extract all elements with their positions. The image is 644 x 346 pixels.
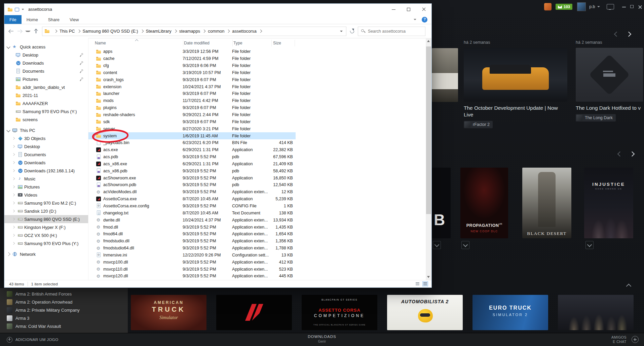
file-row[interactable]: fmodstudio64.dll 9/3/2019 5:52 PM Applic… xyxy=(88,245,296,252)
file-row[interactable]: acShowroom.pdb 9/3/2019 5:52 PM pdb 12,5… xyxy=(88,181,296,188)
breadcrumb[interactable]: This PC xyxy=(60,29,75,34)
file-row[interactable]: AssettoCorsa.exe 8/7/2020 10:45 AM Appli… xyxy=(88,196,296,203)
news-image[interactable] xyxy=(576,48,643,102)
game-capsule[interactable]: PROPAGATIONVR NEW COOP DLC xyxy=(460,168,508,238)
downloads-button[interactable]: DOWNLOADS Gerir xyxy=(308,335,336,343)
file-row[interactable]: crash_logs 9/3/2019 6:07 PM File folder xyxy=(88,76,296,83)
collapse-shelf-button[interactable] xyxy=(627,283,631,289)
library-game[interactable]: Arma: Cold War Assault xyxy=(0,322,128,330)
expander-icon[interactable] xyxy=(12,169,15,172)
recent-locations-icon[interactable] xyxy=(25,31,31,32)
ribbon-tab[interactable]: View xyxy=(65,15,84,24)
column-header[interactable]: Type xyxy=(233,40,272,46)
search-input[interactable] xyxy=(367,29,425,34)
capsules-prev-button[interactable] xyxy=(615,149,624,158)
forward-button[interactable] xyxy=(16,27,24,35)
file-row[interactable]: apps 3/3/2019 12:56 PM File folder xyxy=(88,48,296,55)
file-row[interactable]: mods 11/7/2021 4:42 PM File folder xyxy=(88,97,296,104)
file-row[interactable]: acs.exe 6/29/2021 1:31 PM Application 22… xyxy=(88,146,296,153)
scroll-up-icon[interactable] xyxy=(427,40,430,42)
game-banner[interactable] xyxy=(558,295,634,330)
news-card[interactable]: há 2 semanas The October Development Upd… xyxy=(464,40,567,129)
sidebar-item[interactable]: screens xyxy=(4,115,88,124)
expander-icon[interactable] xyxy=(12,153,15,156)
sidebar-item[interactable]: Desktop xyxy=(4,51,88,59)
file-row[interactable]: extension 10/24/2021 4:37 PM File folder xyxy=(88,83,296,90)
back-button[interactable] xyxy=(8,27,16,35)
sidebar-item[interactable]: Documents xyxy=(4,67,88,75)
expander-icon[interactable] xyxy=(12,145,15,148)
expander-icon[interactable] xyxy=(12,218,15,220)
messages-badge[interactable]: 103 xyxy=(556,4,572,10)
up-button[interactable] xyxy=(32,27,40,35)
sidebar-item[interactable]: Downloads (192.168.1.14) xyxy=(4,167,88,175)
minimize-button[interactable] xyxy=(386,4,401,15)
expander-icon[interactable] xyxy=(6,45,10,48)
expander-icon[interactable] xyxy=(12,185,15,188)
file-row[interactable]: server 8/27/2020 3:21 PM File folder xyxy=(88,125,296,132)
expander-icon[interactable] xyxy=(12,161,15,164)
expander-icon[interactable] xyxy=(12,177,15,180)
library-game[interactable]: Arma 2: Operation Arrowhead xyxy=(0,298,128,306)
address-dropdown-icon[interactable] xyxy=(340,31,343,32)
news-title[interactable]: The October Development Update | Now Liv… xyxy=(464,105,567,118)
help-icon[interactable] xyxy=(422,17,427,23)
file-row[interactable]: cfg 9/3/2019 6:06 PM File folder xyxy=(88,62,296,69)
sidebar-item[interactable]: Pictures xyxy=(4,75,88,83)
file-row[interactable]: cache 7/12/2021 4:59 PM File folder xyxy=(88,55,296,62)
ribbon-tab[interactable]: Share xyxy=(43,15,65,24)
file-row[interactable]: AssettoCorsa.exe.config 9/3/2019 5:52 PM… xyxy=(88,203,296,210)
scroll-down-icon[interactable] xyxy=(427,276,430,278)
notification-icon[interactable] xyxy=(544,3,552,10)
quick-access-header[interactable]: Quick access xyxy=(4,43,88,51)
steam-minimize-button[interactable] xyxy=(620,3,628,10)
library-game[interactable]: Arma 3 xyxy=(0,314,128,322)
game-banner[interactable]: BLANCPAIN GT SERIES ASSETTO CORSA COMPET… xyxy=(302,295,377,330)
friends-chat-button[interactable]: AMIGOS E CHAT xyxy=(611,335,627,344)
breadcrumb[interactable]: Samsung 860 QVO SSD (E:) xyxy=(83,29,138,34)
game-tag[interactable]: The Long Dark xyxy=(576,114,616,122)
quick-access-toolbar-icon[interactable] xyxy=(15,8,19,11)
news-prev-button[interactable] xyxy=(612,30,621,38)
sidebar-item[interactable]: Samsung 970 EVO Plus (Y:) xyxy=(4,239,88,247)
steam-close-button[interactable] xyxy=(636,3,644,10)
titlebar[interactable]: assettocorsa xyxy=(4,4,431,15)
avatar[interactable] xyxy=(577,2,586,11)
file-row[interactable]: acVideoModes.dll 9/3/2019 5:52 PM Applic… xyxy=(88,188,296,196)
sidebar-item[interactable]: Videos xyxy=(4,191,88,199)
game-capsule[interactable]: INJUSTICE GODS AMONG US xyxy=(584,168,633,238)
game-capsule[interactable]: B xyxy=(432,168,451,238)
news-image[interactable] xyxy=(464,48,567,102)
add-game-button[interactable]: ADICIONAR UM JOGO xyxy=(7,333,59,346)
file-row[interactable]: dwrite.dll 10/24/2021 4:37 PM Applicatio… xyxy=(88,216,296,223)
file-row[interactable]: acs_x86.pdb 9/3/2019 5:52 PM pdb 58,492 … xyxy=(88,167,296,174)
ribbon-expand-icon[interactable] xyxy=(414,19,416,20)
download-icon[interactable] xyxy=(433,241,441,249)
qat-chevron-icon[interactable] xyxy=(22,9,24,10)
library-game[interactable]: Arma 2: Private Military Company xyxy=(0,306,128,314)
sidebar-item[interactable]: Downloads xyxy=(4,59,88,67)
expander-icon[interactable] xyxy=(12,210,15,212)
file-row[interactable]: launcher 9/3/2019 6:07 PM File folder xyxy=(88,90,296,97)
file-row[interactable]: fmodstudio.dll 9/3/2019 5:52 PM Applicat… xyxy=(88,238,296,245)
library-game[interactable]: Arma 2: British Armed Forces xyxy=(0,290,128,298)
sidebar-item[interactable]: Kingston Hyper X (F:) xyxy=(4,223,88,231)
expander-icon[interactable] xyxy=(12,234,15,237)
news-card-partial[interactable] xyxy=(432,48,458,102)
expander-icon[interactable] xyxy=(12,137,15,140)
expander-icon[interactable] xyxy=(12,202,15,204)
file-row[interactable]: content 3/19/2019 10:57 PM File folder xyxy=(88,69,296,76)
news-title[interactable]: The Long Dark Hotfixed to v xyxy=(576,105,643,111)
column-header[interactable]: Size xyxy=(272,40,295,46)
sidebar-item[interactable]: Music xyxy=(4,175,88,183)
file-row[interactable]: reshade-shaders 9/29/2021 2:44 PM File f… xyxy=(88,111,296,118)
steam-maximize-button[interactable] xyxy=(628,3,636,10)
file-row[interactable]: acShowroom.exe 9/3/2019 5:52 PM Applicat… xyxy=(88,174,296,181)
close-button[interactable] xyxy=(416,4,431,15)
download-icon[interactable] xyxy=(461,241,469,249)
search-box[interactable] xyxy=(358,27,425,36)
refresh-icon[interactable] xyxy=(348,28,356,35)
sidebar-item[interactable]: AAAAFAZER xyxy=(4,99,88,107)
sidebar-item[interactable]: 3D Objects xyxy=(4,134,88,142)
list-view-icon[interactable] xyxy=(415,281,420,286)
